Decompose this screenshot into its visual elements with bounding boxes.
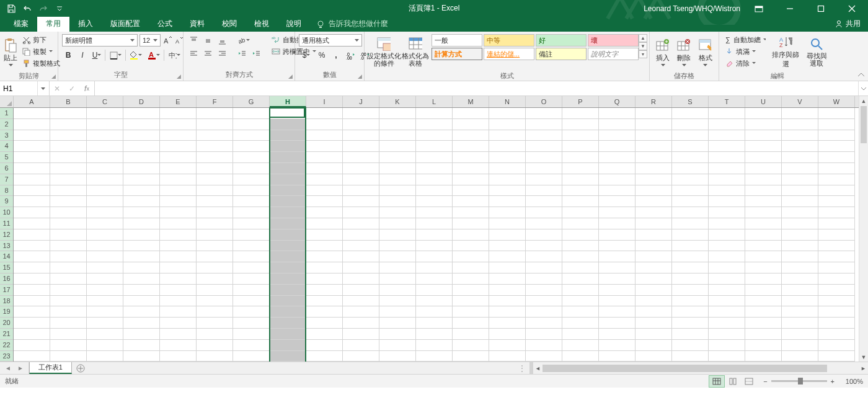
cell-K18[interactable] <box>379 296 416 307</box>
font-size-combo[interactable]: 12 <box>140 34 161 47</box>
cell-A3[interactable] <box>14 130 50 141</box>
cell-N4[interactable] <box>489 141 526 152</box>
cell-E21[interactable] <box>160 329 197 340</box>
cell-A11[interactable] <box>14 218 50 229</box>
cell-D15[interactable] <box>123 262 160 273</box>
cell-H18[interactable] <box>270 296 306 307</box>
cell-P7[interactable] <box>562 174 599 185</box>
cell-B8[interactable] <box>50 185 87 197</box>
cell-A17[interactable] <box>14 285 50 296</box>
cell-D19[interactable] <box>123 306 160 318</box>
cell-O13[interactable] <box>526 241 562 252</box>
cell-F15[interactable] <box>197 262 233 273</box>
cell-C8[interactable] <box>87 185 123 197</box>
cell-S11[interactable] <box>672 218 709 229</box>
cell-T21[interactable] <box>709 329 745 340</box>
number-dialog-launcher[interactable]: ◢ <box>356 73 363 80</box>
cell-E18[interactable] <box>160 296 197 307</box>
cell-G3[interactable] <box>233 130 270 141</box>
row-header-18[interactable]: 18 <box>0 296 13 307</box>
cell-C15[interactable] <box>87 262 123 273</box>
borders-button[interactable] <box>107 49 123 61</box>
redo-icon[interactable] <box>37 2 50 15</box>
cell-J10[interactable] <box>343 207 379 218</box>
cell-B12[interactable] <box>50 229 87 241</box>
cell-G13[interactable] <box>233 241 270 252</box>
cell-I2[interactable] <box>306 119 343 130</box>
shrink-font-button[interactable]: A <box>174 34 184 47</box>
cell-I8[interactable] <box>306 185 343 197</box>
cell-G5[interactable] <box>233 152 270 163</box>
cell-Q12[interactable] <box>599 229 636 241</box>
cell-I16[interactable] <box>306 273 343 285</box>
cell-R20[interactable] <box>636 318 672 329</box>
cell-P10[interactable] <box>562 207 599 218</box>
cell-I10[interactable] <box>306 207 343 218</box>
cell-P15[interactable] <box>562 262 599 273</box>
cell-V11[interactable] <box>782 218 818 229</box>
phonetic-button[interactable]: 中文 <box>166 49 182 61</box>
cell-H16[interactable] <box>270 273 306 285</box>
cell-M18[interactable] <box>453 296 489 307</box>
cell-G4[interactable] <box>233 141 270 152</box>
cell-R9[interactable] <box>636 196 672 207</box>
sheet-nav-prev[interactable]: ◄ <box>5 365 11 371</box>
font-dialog-launcher[interactable]: ◢ <box>175 73 182 80</box>
col-header-E[interactable]: E <box>160 96 197 107</box>
percent-button[interactable]: % <box>316 49 328 61</box>
cell-M6[interactable] <box>453 163 489 174</box>
cell-U3[interactable] <box>745 130 782 141</box>
cell-R23[interactable] <box>636 351 672 362</box>
cell-O9[interactable] <box>526 196 562 207</box>
cell-P21[interactable] <box>562 329 599 340</box>
row-header-21[interactable]: 21 <box>0 329 13 340</box>
cell-A21[interactable] <box>14 329 50 340</box>
cell-K12[interactable] <box>379 229 416 241</box>
cell-S20[interactable] <box>672 318 709 329</box>
cell-R5[interactable] <box>636 152 672 163</box>
cell-M22[interactable] <box>453 340 489 351</box>
cell-F22[interactable] <box>197 340 233 351</box>
cell-D17[interactable] <box>123 285 160 296</box>
cell-P6[interactable] <box>562 163 599 174</box>
cell-P18[interactable] <box>562 296 599 307</box>
align-bottom-button[interactable] <box>216 34 228 47</box>
cell-B10[interactable] <box>50 207 87 218</box>
cell-B4[interactable] <box>50 141 87 152</box>
cell-K11[interactable] <box>379 218 416 229</box>
cell-V6[interactable] <box>782 163 818 174</box>
cell-M12[interactable] <box>453 229 489 241</box>
cell-T12[interactable] <box>709 229 745 241</box>
cell-N17[interactable] <box>489 285 526 296</box>
cell-U6[interactable] <box>745 163 782 174</box>
cell-A2[interactable] <box>14 119 50 130</box>
cell-F23[interactable] <box>197 351 233 362</box>
cell-U11[interactable] <box>745 218 782 229</box>
cell-U20[interactable] <box>745 318 782 329</box>
style-note[interactable]: 備註 <box>536 48 587 60</box>
cell-G2[interactable] <box>233 119 270 130</box>
tab-insert[interactable]: 插入 <box>69 16 102 32</box>
cell-W5[interactable] <box>818 152 855 163</box>
cell-R21[interactable] <box>636 329 672 340</box>
cell-Q10[interactable] <box>599 207 636 218</box>
cell-A23[interactable] <box>14 351 50 362</box>
cell-O16[interactable] <box>526 273 562 285</box>
cell-C1[interactable] <box>87 108 123 119</box>
cell-A4[interactable] <box>14 141 50 152</box>
cell-K1[interactable] <box>379 108 416 119</box>
share-button[interactable]: 共用 <box>827 16 868 32</box>
cell-O12[interactable] <box>526 229 562 241</box>
cell-F16[interactable] <box>197 273 233 285</box>
cell-V5[interactable] <box>782 152 818 163</box>
cell-N11[interactable] <box>489 218 526 229</box>
scroll-up-button[interactable]: ▲ <box>859 96 868 105</box>
row-header-6[interactable]: 6 <box>0 163 13 174</box>
expand-formula-bar[interactable] <box>858 81 868 96</box>
cell-J5[interactable] <box>343 152 379 163</box>
cell-M14[interactable] <box>453 251 489 262</box>
cell-E7[interactable] <box>160 174 197 185</box>
cell-O14[interactable] <box>526 251 562 262</box>
cell-H9[interactable] <box>270 196 306 207</box>
cell-N22[interactable] <box>489 340 526 351</box>
